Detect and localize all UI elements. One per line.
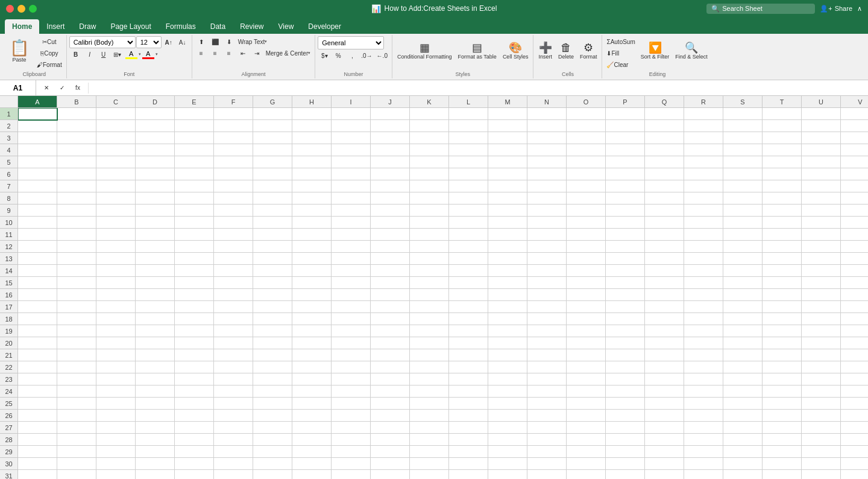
tab-page-layout[interactable]: Page Layout <box>103 19 158 34</box>
tab-review[interactable]: Review <box>233 19 271 34</box>
col-header-J[interactable]: J <box>371 96 410 107</box>
cell-U2[interactable] <box>802 120 841 132</box>
cell-B14[interactable] <box>57 265 96 277</box>
cell-A3[interactable] <box>18 132 57 144</box>
cell-A11[interactable] <box>18 229 57 241</box>
cell-S9[interactable] <box>723 205 763 217</box>
cell-T28[interactable] <box>763 434 802 446</box>
cell-J9[interactable] <box>371 205 410 217</box>
find-select-button[interactable]: 🔍 Find & Select <box>673 36 710 66</box>
cell-H13[interactable] <box>292 253 332 265</box>
cell-G24[interactable] <box>253 385 292 398</box>
cell-O23[interactable] <box>567 373 606 385</box>
cell-G4[interactable] <box>253 144 292 156</box>
cell-J20[interactable] <box>371 337 410 349</box>
cell-Q18[interactable] <box>645 313 684 325</box>
cell-B24[interactable] <box>57 385 96 398</box>
cell-F5[interactable] <box>214 156 253 168</box>
cell-C12[interactable] <box>96 241 136 253</box>
col-header-T[interactable]: T <box>763 96 802 107</box>
increase-font-button[interactable]: A↑ <box>162 37 175 48</box>
bold-button[interactable]: B <box>69 49 83 60</box>
cell-S6[interactable] <box>723 168 763 180</box>
cell-K30[interactable] <box>410 458 449 470</box>
cell-O24[interactable] <box>567 385 606 398</box>
cell-O22[interactable] <box>567 361 606 373</box>
cell-O4[interactable] <box>567 144 606 156</box>
cell-G12[interactable] <box>253 241 292 253</box>
cell-Q13[interactable] <box>645 253 684 265</box>
cell-O2[interactable] <box>567 120 606 132</box>
cell-D17[interactable] <box>136 301 175 313</box>
row-header-28[interactable]: 28 <box>0 434 17 446</box>
row-header-27[interactable]: 27 <box>0 422 17 434</box>
cell-H10[interactable] <box>292 217 332 229</box>
cell-B20[interactable] <box>57 337 96 349</box>
cell-U21[interactable] <box>802 349 841 361</box>
cell-T8[interactable] <box>763 192 802 205</box>
cell-G28[interactable] <box>253 434 292 446</box>
cell-K22[interactable] <box>410 361 449 373</box>
cell-O30[interactable] <box>567 458 606 470</box>
cell-I30[interactable] <box>332 458 371 470</box>
cell-B8[interactable] <box>57 192 96 205</box>
cell-T15[interactable] <box>763 277 802 289</box>
cell-K9[interactable] <box>410 205 449 217</box>
cell-G23[interactable] <box>253 373 292 385</box>
cell-Q25[interactable] <box>645 398 684 410</box>
cell-S4[interactable] <box>723 144 763 156</box>
cell-D26[interactable] <box>136 410 175 422</box>
cell-L10[interactable] <box>449 217 488 229</box>
cell-D23[interactable] <box>136 373 175 385</box>
cell-J13[interactable] <box>371 253 410 265</box>
cell-T20[interactable] <box>763 337 802 349</box>
cell-S31[interactable] <box>723 470 763 479</box>
cell-D30[interactable] <box>136 458 175 470</box>
cell-I2[interactable] <box>332 120 371 132</box>
cell-V8[interactable] <box>841 192 868 205</box>
cell-H31[interactable] <box>292 470 332 479</box>
cell-B26[interactable] <box>57 410 96 422</box>
cell-U23[interactable] <box>802 373 841 385</box>
cell-A20[interactable] <box>18 337 57 349</box>
cell-K27[interactable] <box>410 422 449 434</box>
cell-E27[interactable] <box>175 422 214 434</box>
cell-V4[interactable] <box>841 144 868 156</box>
cell-L11[interactable] <box>449 229 488 241</box>
cell-B13[interactable] <box>57 253 96 265</box>
decrease-decimal-button[interactable]: ←.0 <box>375 50 389 61</box>
cell-O8[interactable] <box>567 192 606 205</box>
col-header-C[interactable]: C <box>96 96 136 107</box>
cell-I10[interactable] <box>332 217 371 229</box>
cell-F1[interactable] <box>214 108 253 120</box>
cell-O14[interactable] <box>567 265 606 277</box>
cell-C1[interactable] <box>96 108 136 120</box>
cell-T14[interactable] <box>763 265 802 277</box>
minimize-button[interactable] <box>17 5 25 13</box>
cell-H27[interactable] <box>292 422 332 434</box>
cell-E15[interactable] <box>175 277 214 289</box>
cell-H20[interactable] <box>292 337 332 349</box>
cell-P24[interactable] <box>606 385 645 398</box>
tab-developer[interactable]: Developer <box>301 19 348 34</box>
cell-E26[interactable] <box>175 410 214 422</box>
cell-A27[interactable] <box>18 422 57 434</box>
cell-D25[interactable] <box>136 398 175 410</box>
cell-C23[interactable] <box>96 373 136 385</box>
cell-L15[interactable] <box>449 277 488 289</box>
cell-P29[interactable] <box>606 446 645 458</box>
cell-S16[interactable] <box>723 289 763 301</box>
cell-A12[interactable] <box>18 241 57 253</box>
cell-K2[interactable] <box>410 120 449 132</box>
cell-T31[interactable] <box>763 470 802 479</box>
cell-S7[interactable] <box>723 180 763 192</box>
cell-V29[interactable] <box>841 446 868 458</box>
cell-A25[interactable] <box>18 398 57 410</box>
cell-V20[interactable] <box>841 337 868 349</box>
cell-N4[interactable] <box>527 144 567 156</box>
cell-A16[interactable] <box>18 289 57 301</box>
search-sheet-bar[interactable]: 🔍 Search Sheet <box>706 4 815 14</box>
cell-P28[interactable] <box>606 434 645 446</box>
cell-N29[interactable] <box>527 446 567 458</box>
cell-B23[interactable] <box>57 373 96 385</box>
